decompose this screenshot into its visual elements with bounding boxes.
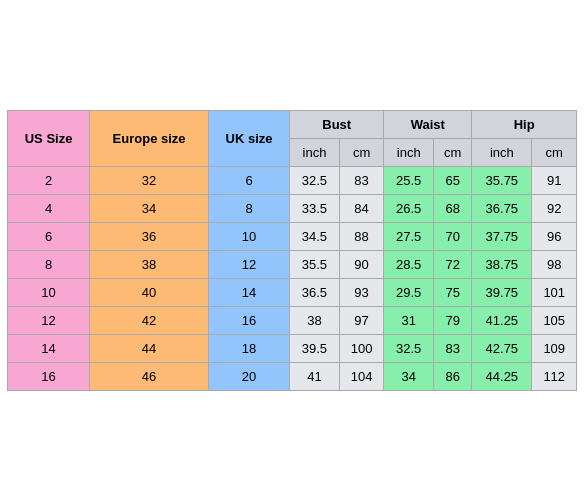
cell-hip-cm: 101 — [532, 278, 577, 306]
cell-hip-cm: 105 — [532, 306, 577, 334]
sub-waist-cm: cm — [434, 138, 472, 166]
cell-hip-inch: 39.75 — [472, 278, 532, 306]
cell-waist-cm: 79 — [434, 306, 472, 334]
cell-hip-inch: 42.75 — [472, 334, 532, 362]
cell-waist-inch: 32.5 — [384, 334, 434, 362]
cell-waist-inch: 26.5 — [384, 194, 434, 222]
cell-us: 2 — [8, 166, 90, 194]
cell-waist-cm: 68 — [434, 194, 472, 222]
cell-eu: 46 — [90, 362, 209, 390]
cell-hip-cm: 112 — [532, 362, 577, 390]
cell-bust-cm: 104 — [339, 362, 384, 390]
cell-uk: 18 — [208, 334, 289, 362]
cell-bust-inch: 36.5 — [290, 278, 340, 306]
table-row: 16 46 20 41 104 34 86 44.25 112 — [8, 362, 577, 390]
cell-us: 8 — [8, 250, 90, 278]
header-bust: Bust — [290, 110, 384, 138]
sub-hip-inch: inch — [472, 138, 532, 166]
table-row: 10 40 14 36.5 93 29.5 75 39.75 101 — [8, 278, 577, 306]
sub-bust-cm: cm — [339, 138, 384, 166]
cell-bust-cm: 84 — [339, 194, 384, 222]
cell-bust-inch: 32.5 — [290, 166, 340, 194]
sub-hip-cm: cm — [532, 138, 577, 166]
cell-hip-cm: 92 — [532, 194, 577, 222]
cell-us: 14 — [8, 334, 90, 362]
table-row: 2 32 6 32.5 83 25.5 65 35.75 91 — [8, 166, 577, 194]
cell-bust-inch: 35.5 — [290, 250, 340, 278]
cell-eu: 36 — [90, 222, 209, 250]
cell-bust-cm: 88 — [339, 222, 384, 250]
cell-hip-inch: 44.25 — [472, 362, 532, 390]
table-row: 8 38 12 35.5 90 28.5 72 38.75 98 — [8, 250, 577, 278]
header-hip: Hip — [472, 110, 577, 138]
cell-bust-inch: 38 — [290, 306, 340, 334]
cell-waist-inch: 25.5 — [384, 166, 434, 194]
cell-hip-inch: 36.75 — [472, 194, 532, 222]
cell-eu: 40 — [90, 278, 209, 306]
cell-hip-inch: 38.75 — [472, 250, 532, 278]
cell-bust-cm: 100 — [339, 334, 384, 362]
header-us: US Size — [8, 110, 90, 166]
cell-uk: 12 — [208, 250, 289, 278]
cell-bust-cm: 83 — [339, 166, 384, 194]
cell-waist-inch: 31 — [384, 306, 434, 334]
cell-us: 4 — [8, 194, 90, 222]
table-row: 14 44 18 39.5 100 32.5 83 42.75 109 — [8, 334, 577, 362]
cell-uk: 20 — [208, 362, 289, 390]
cell-hip-inch: 35.75 — [472, 166, 532, 194]
cell-eu: 38 — [90, 250, 209, 278]
cell-waist-cm: 86 — [434, 362, 472, 390]
cell-waist-cm: 72 — [434, 250, 472, 278]
sub-waist-inch: inch — [384, 138, 434, 166]
cell-hip-cm: 109 — [532, 334, 577, 362]
cell-eu: 34 — [90, 194, 209, 222]
cell-bust-inch: 39.5 — [290, 334, 340, 362]
cell-hip-cm: 96 — [532, 222, 577, 250]
cell-waist-inch: 27.5 — [384, 222, 434, 250]
header-eu: Europe size — [90, 110, 209, 166]
cell-us: 12 — [8, 306, 90, 334]
cell-bust-cm: 90 — [339, 250, 384, 278]
cell-bust-inch: 34.5 — [290, 222, 340, 250]
cell-eu: 44 — [90, 334, 209, 362]
cell-bust-inch: 41 — [290, 362, 340, 390]
table-row: 12 42 16 38 97 31 79 41.25 105 — [8, 306, 577, 334]
cell-waist-inch: 29.5 — [384, 278, 434, 306]
cell-uk: 16 — [208, 306, 289, 334]
cell-waist-cm: 65 — [434, 166, 472, 194]
cell-uk: 10 — [208, 222, 289, 250]
cell-waist-inch: 34 — [384, 362, 434, 390]
cell-eu: 32 — [90, 166, 209, 194]
cell-hip-cm: 91 — [532, 166, 577, 194]
cell-uk: 6 — [208, 166, 289, 194]
cell-waist-cm: 75 — [434, 278, 472, 306]
header-waist: Waist — [384, 110, 472, 138]
cell-uk: 14 — [208, 278, 289, 306]
cell-bust-cm: 97 — [339, 306, 384, 334]
cell-hip-cm: 98 — [532, 250, 577, 278]
table-row: 4 34 8 33.5 84 26.5 68 36.75 92 — [8, 194, 577, 222]
table-row: 6 36 10 34.5 88 27.5 70 37.75 96 — [8, 222, 577, 250]
cell-eu: 42 — [90, 306, 209, 334]
cell-uk: 8 — [208, 194, 289, 222]
cell-us: 10 — [8, 278, 90, 306]
cell-waist-cm: 70 — [434, 222, 472, 250]
cell-bust-cm: 93 — [339, 278, 384, 306]
cell-hip-inch: 41.25 — [472, 306, 532, 334]
cell-waist-inch: 28.5 — [384, 250, 434, 278]
cell-bust-inch: 33.5 — [290, 194, 340, 222]
cell-us: 6 — [8, 222, 90, 250]
sub-bust-inch: inch — [290, 138, 340, 166]
header-uk: UK size — [208, 110, 289, 166]
cell-us: 16 — [8, 362, 90, 390]
cell-waist-cm: 83 — [434, 334, 472, 362]
cell-hip-inch: 37.75 — [472, 222, 532, 250]
